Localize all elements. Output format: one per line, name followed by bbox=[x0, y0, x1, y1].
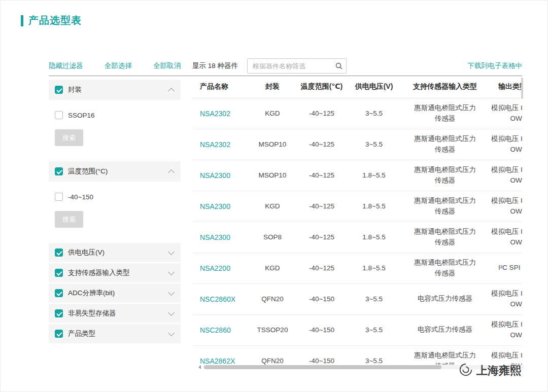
cell-temp-range: -40~125 bbox=[296, 129, 348, 160]
filter-section-header-supply-voltage[interactable]: 供电电压(V) bbox=[49, 243, 181, 262]
cell-temp-range: -40~125 bbox=[296, 98, 348, 129]
table-row[interactable]: NSC2860X QFN20 -40~150 3~5.5 电容式压力传感器 模拟… bbox=[192, 283, 522, 314]
checkbox-checked-icon[interactable] bbox=[55, 167, 63, 175]
cell-sensor-type: 电容式压力传感器 bbox=[413, 294, 477, 304]
column-header-name[interactable]: 产品名称 bbox=[192, 76, 249, 98]
cell-supply-voltage: 3~5.5 bbox=[348, 345, 400, 365]
column-header-sensor-type[interactable]: 支持传感器输入类型 bbox=[400, 76, 490, 98]
table-row[interactable]: NSA2300 SOP8 -40~125 1.8~5.5 惠斯通电桥阻式压力传感… bbox=[192, 222, 522, 253]
filter-section-header-package[interactable]: 封装 bbox=[49, 80, 181, 100]
cell-sensor-type: 惠斯通电桥阻式压力传感器 bbox=[413, 196, 477, 217]
search-input[interactable] bbox=[247, 58, 347, 74]
search-icon[interactable] bbox=[335, 62, 343, 70]
cell-output-type: 模拟电压 I²C SPI OWI bbox=[490, 134, 522, 155]
filter-section-label: 温度范围(°C) bbox=[68, 167, 108, 176]
hide-filters-link[interactable]: 隐藏过滤器 bbox=[49, 61, 83, 70]
cell-temp-range: -40~125 bbox=[296, 253, 348, 283]
scrollbar-thumb[interactable] bbox=[204, 365, 441, 369]
column-header-output-type[interactable]: 输出类型 bbox=[490, 76, 522, 98]
table-row[interactable]: NSA2302 KGD -40~125 3~5.5 惠斯通电桥阻式压力传感器 模… bbox=[192, 98, 522, 129]
column-header-supply-voltage[interactable]: 供电电压(V) bbox=[348, 76, 400, 98]
chevron-up-icon bbox=[168, 88, 175, 94]
download-spreadsheet-link[interactable]: 下载到电子表格中 bbox=[467, 61, 522, 70]
search-box bbox=[247, 58, 347, 74]
filter-section-label: 封装 bbox=[68, 85, 82, 94]
checkbox-checked-icon[interactable] bbox=[55, 269, 63, 277]
filter-section-label: ADC分辨率(bit) bbox=[68, 289, 115, 298]
cell-temp-range: -40~150 bbox=[296, 345, 348, 365]
checkbox-checked-icon[interactable] bbox=[55, 330, 63, 338]
product-name-link[interactable]: NSC2860 bbox=[200, 326, 231, 334]
chevron-down-icon bbox=[168, 248, 175, 255]
cell-output-type: 模拟电压 I²C SPI OWI bbox=[490, 289, 522, 310]
checkbox-checked-icon[interactable] bbox=[55, 289, 63, 297]
cell-output-type: 模拟电压 I²C SPI OWI bbox=[490, 319, 522, 341]
cell-temp-range: -40~125 bbox=[296, 222, 348, 253]
cell-supply-voltage: 1.8~5.5 bbox=[348, 253, 400, 283]
select-all-link[interactable]: 全部选择 bbox=[105, 61, 132, 70]
cell-supply-voltage: 3~5.5 bbox=[348, 283, 400, 314]
deselect-all-link[interactable]: 全部取消 bbox=[153, 61, 181, 70]
cell-package: MSOP10 bbox=[249, 160, 296, 191]
page-header: 产品选型表 bbox=[21, 14, 82, 27]
product-name-link[interactable]: NSA2300 bbox=[200, 171, 230, 180]
column-header-package[interactable]: 封装 bbox=[249, 76, 296, 98]
product-name-link[interactable]: NSA2862X bbox=[200, 357, 235, 365]
table-row[interactable]: NSA2300 MSOP10 -40~125 1.8~5.5 惠斯通电桥阻式压力… bbox=[192, 160, 522, 191]
filter-option-label: SSOP16 bbox=[68, 112, 95, 119]
cell-output-type: 模拟电压 I²C SPI OWI bbox=[490, 165, 522, 186]
filter-option-ssop16[interactable]: SSOP16 bbox=[49, 110, 181, 120]
product-name-link[interactable]: NSA2300 bbox=[200, 202, 230, 210]
cell-temp-range: -40~125 bbox=[296, 160, 348, 191]
filter-section-header-temp-range[interactable]: 温度范围(°C) bbox=[49, 161, 181, 182]
cell-sensor-type: 惠斯通电桥阻式压力传感器 bbox=[413, 165, 477, 186]
filter-section-header-sensor-type[interactable]: 支持传感器输入类型 bbox=[49, 263, 181, 282]
table-row[interactable]: NSA2200 KGD -40~125 1.8~5.5 惠斯通电桥阻式压力传感器… bbox=[192, 253, 522, 283]
filter-search-button[interactable]: 搜索 bbox=[55, 211, 83, 228]
table-viewport: 产品名称 封装 温度范围(℃) 供电电压(V) 支持传感器输入类型 输出类型 N… bbox=[192, 76, 522, 365]
product-name-link[interactable]: NSA2302 bbox=[200, 140, 230, 149]
product-name-link[interactable]: NSA2200 bbox=[200, 264, 230, 272]
checkbox-checked-icon[interactable] bbox=[55, 86, 63, 94]
chevron-down-icon bbox=[168, 330, 175, 336]
chevron-down-icon bbox=[168, 289, 175, 296]
table-row[interactable]: NSA2302 MSOP10 -40~125 3~5.5 惠斯通电桥阻式压力传感… bbox=[192, 129, 522, 160]
checkbox-unchecked-icon[interactable] bbox=[55, 111, 63, 119]
filter-section-label: 产品类型 bbox=[68, 329, 95, 338]
scroll-left-arrow-icon[interactable] bbox=[198, 365, 201, 369]
cell-package: KGD bbox=[249, 253, 296, 283]
cell-package: KGD bbox=[249, 191, 296, 222]
checkbox-checked-icon[interactable] bbox=[55, 309, 63, 317]
product-name-link[interactable]: NSA2300 bbox=[200, 233, 230, 241]
table-row[interactable]: NSC2860 TSSOP20 -40~150 3~5.5 电容式压力传感器 模… bbox=[192, 314, 522, 345]
column-header-temp-range[interactable]: 温度范围(℃) bbox=[296, 76, 348, 98]
cell-supply-voltage: 1.8~5.5 bbox=[348, 160, 400, 191]
cell-package: TSSOP20 bbox=[249, 314, 296, 345]
results-toolbar: 显示 18 种器件 下载到电子表格中 bbox=[192, 56, 522, 76]
logo-swirl-icon bbox=[458, 362, 473, 379]
checkbox-checked-icon[interactable] bbox=[55, 248, 63, 257]
cell-output-type: 模拟电压 I²C SPI OWI bbox=[490, 103, 522, 124]
filter-search-button[interactable]: 搜索 bbox=[55, 129, 83, 146]
filter-actions: 隐藏过滤器 全部选择 全部取消 bbox=[49, 56, 181, 76]
cell-temp-range: -40~125 bbox=[296, 191, 348, 222]
vertical-scrollbar-thumb[interactable] bbox=[521, 78, 523, 99]
cell-output-type: 模拟电压 I²C SPI OWI bbox=[490, 196, 522, 217]
product-name-link[interactable]: NSC2860X bbox=[200, 295, 235, 303]
cell-sensor-type: 惠斯通电桥阻式压力传感器 bbox=[413, 258, 477, 279]
filter-options-temp-range: -40~150 搜索 bbox=[49, 182, 181, 243]
page: 产品选型表 隐藏过滤器 全部选择 全部取消 封装 SSOP16 bbox=[0, 0, 548, 392]
filter-option-minus40-150[interactable]: -40~150 bbox=[49, 192, 181, 202]
product-name-link[interactable]: NSA2302 bbox=[200, 110, 230, 118]
watermark: 上海雍熙 bbox=[458, 362, 521, 379]
cell-package: MSOP10 bbox=[249, 129, 296, 160]
filter-section-header-nvm[interactable]: 非易失型存储器 bbox=[49, 304, 181, 323]
cell-temp-range: -40~150 bbox=[296, 283, 348, 314]
filter-section-header-adc-resolution[interactable]: ADC分辨率(bit) bbox=[49, 283, 181, 303]
cell-output-type: 模拟电压 I²C SPI OWI bbox=[490, 227, 522, 248]
filter-options-package: SSOP16 搜索 bbox=[49, 100, 181, 161]
checkbox-unchecked-icon[interactable] bbox=[55, 193, 63, 201]
cell-supply-voltage: 3~5.5 bbox=[348, 314, 400, 345]
table-row[interactable]: NSA2300 KGD -40~125 1.8~5.5 惠斯通电桥阻式压力传感器… bbox=[192, 191, 522, 222]
filter-section-header-product-type[interactable]: 产品类型 bbox=[49, 324, 181, 343]
